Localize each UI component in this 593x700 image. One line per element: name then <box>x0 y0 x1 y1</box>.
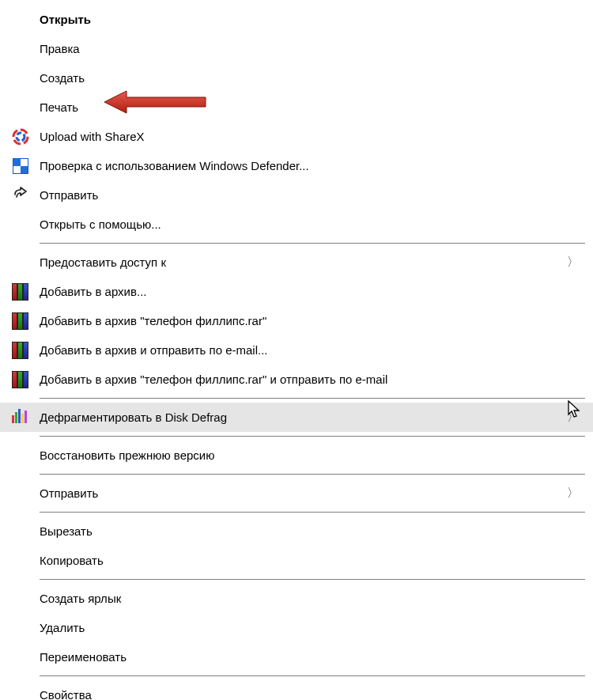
menu-item-label: Открыть с помощью... <box>40 218 579 231</box>
menu-item[interactable]: Добавить в архив и отправить по e-mail..… <box>0 335 593 365</box>
menu-item[interactable]: Добавить в архив "телефон филлипс.rar" и… <box>0 365 593 394</box>
menu-item-label: Создать <box>40 71 579 85</box>
menu-item-label: Добавить в архив "телефон филлипс.rar" и… <box>40 373 579 386</box>
menu-item-label: Дефрагментировать в Disk Defrag <box>40 411 567 424</box>
icon-slot <box>11 446 30 465</box>
menu-item[interactable]: Копировать <box>0 546 593 575</box>
menu-item-label: Создать ярлык <box>40 592 579 605</box>
icon-slot <box>11 157 30 176</box>
menu-item[interactable]: Открыть <box>0 5 593 34</box>
menu-item-label: Upload with ShareX <box>40 130 579 143</box>
context-menu: ОткрытьПравкаСоздатьПечатьUpload with Sh… <box>0 0 593 700</box>
separator <box>40 512 585 513</box>
icon-slot <box>11 69 30 88</box>
menu-item-label: Открыть <box>40 13 579 26</box>
menu-item[interactable]: Отправить <box>0 180 593 210</box>
icon-slot <box>11 282 30 301</box>
icon-slot <box>11 312 30 331</box>
menu-item[interactable]: Переименовать <box>0 642 593 672</box>
menu-item-label: Правка <box>40 42 579 55</box>
menu-item-label: Печать <box>40 100 579 114</box>
menu-item-label: Переименовать <box>40 650 579 664</box>
icon-slot <box>11 408 30 427</box>
menu-item[interactable]: Удалить <box>0 613 593 642</box>
icon-slot <box>11 551 30 570</box>
icon-slot <box>11 589 30 608</box>
chevron-right-icon: 〉 <box>567 486 579 501</box>
separator <box>40 243 585 244</box>
icon-slot <box>11 370 30 389</box>
icon-slot <box>11 215 30 234</box>
chevron-right-icon: 〉 <box>567 410 579 425</box>
menu-item[interactable]: Свойства <box>0 680 593 700</box>
menu-item-label: Вырезать <box>40 524 579 538</box>
menu-item-label: Свойства <box>40 688 579 700</box>
svg-point-1 <box>17 133 25 141</box>
separator <box>40 675 585 676</box>
menu-item-label: Проверка с использованием Windows Defend… <box>40 159 579 172</box>
menu-item[interactable]: Предоставить доступ к〉 <box>0 248 593 277</box>
menu-item[interactable]: Печать <box>0 93 593 122</box>
menu-item-label: Удалить <box>40 621 579 634</box>
menu-item-label: Копировать <box>40 554 579 567</box>
separator <box>40 474 585 475</box>
icon-slot <box>11 253 30 272</box>
separator <box>40 398 585 399</box>
menu-item[interactable]: Открыть с помощью... <box>0 210 593 239</box>
menu-item[interactable]: Создать <box>0 63 593 93</box>
icon-slot <box>11 40 30 59</box>
icon-slot <box>11 648 30 667</box>
menu-item-label: Восстановить прежнюю версию <box>40 448 579 462</box>
winrar-icon <box>12 312 29 330</box>
menu-item[interactable]: Добавить в архив "телефон филлипс.rar" <box>0 306 593 335</box>
separator <box>40 579 585 580</box>
icon-slot <box>11 127 30 146</box>
separator <box>40 436 585 437</box>
icon-slot <box>11 10 30 29</box>
winrar-icon <box>12 283 29 301</box>
menu-item-label: Отправить <box>40 486 567 500</box>
menu-item[interactable]: Создать ярлык <box>0 584 593 613</box>
defrag-icon <box>12 409 29 426</box>
menu-item[interactable]: Отправить〉 <box>0 479 593 508</box>
menu-item[interactable]: Вырезать <box>0 516 593 546</box>
icon-slot <box>11 186 30 205</box>
icon-slot <box>11 341 30 360</box>
icon-slot <box>11 98 30 117</box>
menu-item-label: Предоставить доступ к <box>40 255 567 269</box>
menu-item[interactable]: Upload with ShareX <box>0 122 593 151</box>
chevron-right-icon: 〉 <box>567 255 579 270</box>
menu-item[interactable]: Добавить в архив... <box>0 277 593 306</box>
menu-item[interactable]: Правка <box>0 34 593 63</box>
winrar-icon <box>12 371 29 388</box>
menu-item-label: Добавить в архив и отправить по e-mail..… <box>40 343 579 357</box>
winrar-icon <box>12 342 29 359</box>
icon-slot <box>11 686 30 701</box>
sharex-icon <box>12 128 29 146</box>
defender-icon <box>13 158 28 174</box>
menu-item[interactable]: Восстановить прежнюю версию <box>0 441 593 470</box>
menu-item[interactable]: Проверка с использованием Windows Defend… <box>0 151 593 180</box>
menu-item-label: Добавить в архив... <box>40 285 579 298</box>
icon-slot <box>11 484 30 503</box>
icon-slot <box>11 619 30 638</box>
menu-item-label: Отправить <box>40 188 579 202</box>
menu-item-label: Добавить в архив "телефон филлипс.rar" <box>40 314 579 327</box>
icon-slot <box>11 522 30 541</box>
share-icon <box>12 187 29 204</box>
menu-item[interactable]: Дефрагментировать в Disk Defrag〉 <box>0 403 593 432</box>
